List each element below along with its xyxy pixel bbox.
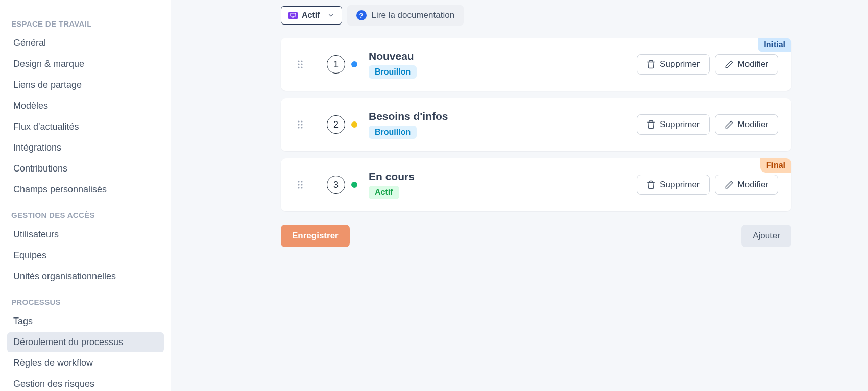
status-dot-icon [351,182,357,188]
delete-label: Supprimer [660,180,700,190]
step-number: 2 [327,115,345,134]
edit-label: Modifier [738,59,768,69]
svg-point-14 [301,181,302,182]
card-body: Nouveau Brouillon [369,50,637,79]
svg-point-4 [301,63,302,65]
pencil-icon [725,60,734,69]
step-title: Nouveau [369,50,637,62]
edit-button[interactable]: Modifier [715,54,778,75]
add-button[interactable]: Ajouter [741,225,791,247]
svg-point-5 [298,66,299,68]
main-content: Actif ? Lire la documentation Initial 1 … [171,0,868,391]
trash-icon [646,180,656,189]
card-actions: Supprimer Modifier [637,54,778,75]
sidebar-item-custom-fields[interactable]: Champs personnalisés [7,180,164,200]
delete-label: Supprimer [660,119,700,130]
sidebar-item-process-flow[interactable]: Déroulement du processus [7,332,164,352]
delete-button[interactable]: Supprimer [637,114,709,135]
pencil-icon [725,120,734,129]
sidebar-item-tags[interactable]: Tags [7,311,164,331]
svg-point-11 [298,127,299,128]
read-documentation-label: Lire la documentation [372,10,455,20]
step-title: En cours [369,170,637,183]
card-actions: Supprimer Modifier [637,175,778,195]
status-dropdown-label: Actif [302,11,320,20]
svg-point-16 [301,184,302,185]
sidebar-item-templates[interactable]: Modèles [7,96,164,116]
sidebar-item-org-units[interactable]: Unités organisationnelles [7,266,164,286]
step-number: 1 [327,55,345,74]
status-tag: Brouillon [369,126,417,139]
step-card: 2 Besoins d'infos Brouillon Supprimer Mo… [281,98,791,151]
read-documentation-link[interactable]: ? Lire la documentation [347,5,464,26]
delete-label: Supprimer [660,59,700,69]
sidebar-item-workflow-rules[interactable]: Règles de workflow [7,353,164,373]
svg-point-15 [298,184,299,185]
corner-badge-initial: Initial [758,38,791,52]
help-icon: ? [356,10,367,20]
sidebar-section-workspace: ESPACE DE TRAVAIL [7,9,164,33]
sidebar-section-process: PROCESSUS [7,287,164,311]
presentation-icon [288,12,298,19]
status-dropdown[interactable]: Actif [281,6,342,25]
svg-rect-0 [291,13,296,16]
card-body: Besoins d'infos Brouillon [369,110,637,139]
svg-point-6 [301,66,302,68]
pencil-icon [725,180,734,189]
drag-handle-icon[interactable] [294,180,306,189]
svg-point-17 [298,187,299,188]
save-button[interactable]: Enregistrer [281,225,350,247]
drag-handle-icon[interactable] [294,120,306,129]
svg-point-2 [301,60,302,62]
sidebar-item-contributions[interactable]: Contributions [7,159,164,179]
card-actions: Supprimer Modifier [637,114,778,135]
status-dot-icon [351,121,357,128]
sidebar-item-general[interactable]: Général [7,33,164,53]
step-number: 3 [327,176,345,194]
card-body: En cours Actif [369,170,637,199]
toolbar: Actif ? Lire la documentation [281,5,791,26]
footer-actions: Enregistrer Ajouter [281,225,791,247]
edit-button[interactable]: Modifier [715,175,778,195]
sidebar-item-news-feed[interactable]: Flux d'actualités [7,117,164,137]
sidebar-item-users[interactable]: Utilisateurs [7,225,164,245]
sidebar-item-risk-management[interactable]: Gestion des risques [7,374,164,391]
svg-point-8 [301,120,302,122]
trash-icon [646,120,656,129]
status-tag: Brouillon [369,65,417,79]
delete-button[interactable]: Supprimer [637,54,709,75]
sidebar-item-integrations[interactable]: Intégrations [7,138,164,158]
chevron-down-icon [327,12,334,19]
step-title: Besoins d'infos [369,110,637,123]
svg-point-13 [298,181,299,182]
drag-handle-icon[interactable] [294,60,306,69]
trash-icon [646,60,656,69]
svg-point-1 [298,60,299,62]
svg-point-18 [301,187,302,188]
svg-point-12 [301,127,302,128]
sidebar-item-design[interactable]: Design & marque [7,54,164,74]
svg-point-3 [298,63,299,65]
status-dot-icon [351,61,357,67]
sidebar: ESPACE DE TRAVAIL Général Design & marqu… [0,0,171,391]
edit-label: Modifier [738,119,768,130]
svg-point-7 [298,120,299,122]
sidebar-item-teams[interactable]: Equipes [7,246,164,265]
step-card: Final 3 En cours Actif Supprimer Modifie… [281,158,791,211]
edit-button[interactable]: Modifier [715,114,778,135]
sidebar-section-access: GESTION DES ACCÈS [7,201,164,225]
corner-badge-final: Final [760,158,791,173]
edit-label: Modifier [738,180,768,190]
step-card: Initial 1 Nouveau Brouillon Supprimer Mo… [281,38,791,91]
status-tag: Actif [369,186,399,199]
delete-button[interactable]: Supprimer [637,175,709,195]
sidebar-item-share-links[interactable]: Liens de partage [7,75,164,95]
svg-point-9 [298,124,299,125]
svg-point-10 [301,124,302,125]
